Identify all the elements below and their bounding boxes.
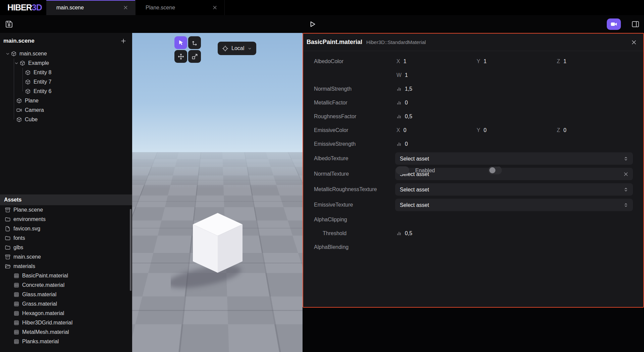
field-value: 0,5 bbox=[405, 114, 412, 120]
asset-item-label: glbs bbox=[13, 245, 23, 251]
tab-close-icon[interactable] bbox=[212, 5, 218, 10]
camera-mode-button[interactable] bbox=[607, 18, 621, 30]
hierarchy-item-camera[interactable]: Camera bbox=[0, 105, 132, 115]
updown-chevrons-icon[interactable] bbox=[623, 186, 629, 192]
tab-close-icon[interactable] bbox=[123, 5, 128, 10]
move-tool-button[interactable] bbox=[174, 50, 187, 63]
asset-item-label: environments bbox=[13, 216, 46, 222]
cube-icon bbox=[25, 70, 31, 76]
hierarchy-item-cube[interactable]: Cube bbox=[0, 115, 132, 124]
gizmo-space-icon bbox=[222, 45, 228, 52]
asset-item-grass-material[interactable]: Grass.material bbox=[0, 299, 132, 309]
updown-chevrons-icon[interactable] bbox=[623, 156, 629, 162]
albedocolor-y-field[interactable]: Y1 bbox=[477, 58, 487, 64]
updown-chevrons-icon[interactable] bbox=[623, 202, 629, 208]
field-value: 0 bbox=[404, 127, 407, 133]
tab-plane-scene[interactable]: Plane.scene bbox=[136, 0, 225, 15]
albedocolor-x-field[interactable]: X1 bbox=[396, 58, 407, 64]
asset-item-main-scene[interactable]: main.scene bbox=[0, 252, 132, 262]
emissivecolor-z-field[interactable]: Z0 bbox=[557, 127, 567, 133]
property-label: EmissiveTexture bbox=[314, 202, 353, 208]
inspector-close-button[interactable] bbox=[631, 39, 637, 46]
hierarchy-item-label: Cube bbox=[25, 117, 38, 123]
add-entity-button[interactable] bbox=[120, 38, 127, 44]
inspector-panel: BasicPaint.material Hiber3D::StandardMat… bbox=[303, 33, 644, 308]
material-icon bbox=[13, 292, 19, 298]
axis-label: Z bbox=[557, 58, 560, 64]
hierarchy-item-example[interactable]: Example bbox=[0, 58, 132, 68]
chevron-down-icon bbox=[247, 46, 252, 51]
inspector-row-albedocolor: W1 bbox=[303, 68, 643, 82]
hierarchy-item-entity-7[interactable]: Entity 7 bbox=[0, 77, 132, 87]
hierarchy-header: main.scene bbox=[0, 33, 132, 49]
metallicfactor-field[interactable]: 0 bbox=[396, 100, 408, 106]
asset-item-planks-material[interactable]: Planks.material bbox=[0, 337, 132, 346]
select-tool-button[interactable] bbox=[174, 36, 187, 49]
property-label: MetallicRoughnessTexture bbox=[314, 186, 377, 192]
tab-bar: HIBER3D main.scenePlane.scene bbox=[0, 0, 644, 15]
clear-icon[interactable] bbox=[623, 171, 629, 177]
asset-item-glbs[interactable]: glbs bbox=[0, 243, 132, 252]
asset-item-hiber3dgrid-material[interactable]: Hiber3DGrid.material bbox=[0, 318, 132, 327]
layout-panels-button[interactable] bbox=[631, 20, 640, 28]
property-label: AlbedoTexture bbox=[314, 156, 348, 162]
inspector-rows: AlbedoColorX1Y1Z1W1NormalStrength1,5Meta… bbox=[303, 51, 643, 254]
inspector-row-emissivecolor: EmissiveColorX0Y0Z0 bbox=[303, 123, 643, 137]
inspector-row-albedotexture: AlbedoTextureSelect asset bbox=[303, 151, 643, 166]
hiber3d-logo: HIBER3D bbox=[0, 0, 46, 15]
inspector-row-emissivetexture: EmissiveTextureSelect asset bbox=[303, 197, 643, 213]
normalstrength-field[interactable]: 1,5 bbox=[396, 86, 412, 92]
roughnessfactor-field[interactable]: 0,5 bbox=[396, 114, 412, 120]
toggle-knob bbox=[489, 167, 495, 173]
play-button[interactable] bbox=[308, 20, 317, 29]
albedocolor-z-field[interactable]: Z1 bbox=[557, 58, 567, 64]
hierarchy-item-plane[interactable]: Plane bbox=[0, 96, 132, 105]
transform-space-dropdown[interactable]: Local bbox=[218, 42, 256, 55]
hierarchy-item-label: Plane bbox=[25, 98, 39, 104]
asset-item-plane-scene[interactable]: Plane.scene bbox=[0, 205, 132, 215]
enabled-toggle[interactable] bbox=[488, 167, 502, 174]
scale-tool-button[interactable] bbox=[188, 50, 201, 63]
asset-item-materials[interactable]: materials bbox=[0, 262, 132, 271]
asset-item-environments[interactable]: environments bbox=[0, 215, 132, 224]
hierarchy-item-main-scene[interactable]: main.scene bbox=[0, 49, 132, 58]
hierarchy-item-label: Camera bbox=[25, 107, 44, 113]
inspector-title: BasicPaint.material bbox=[307, 39, 362, 46]
asset-item-concrete-material[interactable]: Concrete.material bbox=[0, 280, 132, 290]
asset-item-label: main.scene bbox=[13, 254, 41, 260]
assets-scrollbar[interactable] bbox=[130, 209, 131, 291]
emissivecolor-y-field[interactable]: Y0 bbox=[477, 127, 487, 133]
asset-item-label: Planks.material bbox=[22, 339, 59, 345]
translate-tool-button[interactable] bbox=[188, 36, 201, 49]
property-label: AlphaClipping bbox=[314, 217, 347, 223]
emissivestrength-field[interactable]: 0 bbox=[396, 141, 408, 147]
cube-mesh[interactable] bbox=[171, 208, 265, 295]
field-value: 0 bbox=[484, 127, 487, 133]
threshold-field[interactable]: 0,5 bbox=[396, 230, 412, 236]
asset-item-favicon-svg[interactable]: favicon.svg bbox=[0, 224, 132, 233]
albedocolor-w-field[interactable]: W1 bbox=[396, 72, 408, 78]
metallicroughnesstexture-select[interactable]: Select asset bbox=[395, 183, 633, 196]
field-value: 1 bbox=[484, 58, 487, 64]
asset-item-basicpaint-material[interactable]: BasicPaint.material bbox=[0, 271, 132, 280]
asset-item-hexagon-material[interactable]: Hexagon.material bbox=[0, 309, 132, 318]
caret-down-icon[interactable] bbox=[5, 51, 11, 56]
asset-item-fonts[interactable]: fonts bbox=[0, 233, 132, 243]
cube-icon bbox=[25, 79, 31, 85]
hierarchy-item-entity-8[interactable]: Entity 8 bbox=[0, 68, 132, 77]
save-button[interactable] bbox=[5, 20, 13, 28]
asset-item-metalmesh-material[interactable]: MetalMesh.material bbox=[0, 327, 132, 337]
viewport-3d[interactable]: Local bbox=[132, 33, 303, 352]
asset-item-glass-material[interactable]: Glass.material bbox=[0, 290, 132, 299]
inspector-row-alphablending: AlphaBlending bbox=[303, 240, 643, 254]
emissivetexture-select[interactable]: Select asset bbox=[395, 199, 633, 211]
transform-space-value: Local bbox=[231, 45, 244, 51]
asset-item-label: Hiber3DGrid.material bbox=[22, 320, 72, 326]
caret-down-icon[interactable] bbox=[13, 60, 19, 66]
toolbar bbox=[0, 15, 644, 33]
emissivecolor-x-field[interactable]: X0 bbox=[396, 127, 407, 133]
albedotexture-select[interactable]: Select asset bbox=[395, 152, 633, 165]
hierarchy-item-entity-6[interactable]: Entity 6 bbox=[0, 87, 132, 96]
asset-item-label: Concrete.material bbox=[22, 282, 64, 288]
tab-main-scene[interactable]: main.scene bbox=[46, 0, 136, 15]
